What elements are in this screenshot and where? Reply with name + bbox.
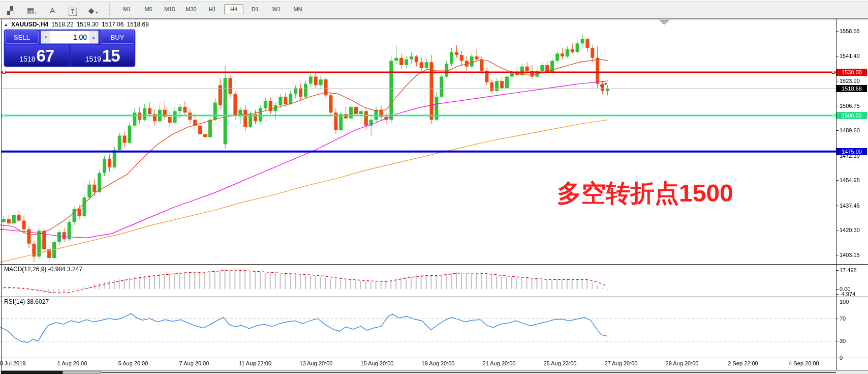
axis-tick-label: 100 <box>840 299 849 305</box>
pivot-line-badge: 1500.00 <box>836 112 867 119</box>
time-tick-label: 5 Aug 20:00 <box>118 360 148 366</box>
one-click-expand-icon[interactable]: ▲ <box>4 22 8 27</box>
axis-tick-mark <box>836 302 839 302</box>
axis-tick-label: 1506.75 <box>840 103 860 109</box>
axis-tick-mark <box>836 156 839 156</box>
axis-tick-mark <box>836 230 839 231</box>
time-tick-label: 15 Aug 20:00 <box>361 360 394 366</box>
ohlc-high: 1519.30 <box>77 21 99 28</box>
chart-text-annotation[interactable]: 多空转折点1500 <box>557 177 733 210</box>
sell-button[interactable]: SELL <box>5 31 39 44</box>
rsi-pane-separator[interactable] <box>0 297 868 297</box>
time-tick-label: 7 Aug 20:00 <box>179 360 209 366</box>
time-tick-label: 4 Sep 20:00 <box>789 360 819 366</box>
volume-decrease-button[interactable]: ▼ <box>41 31 50 43</box>
time-tick-label: 2 Sep 22:00 <box>728 360 758 366</box>
sell-price-display[interactable]: 1518 67 <box>5 45 69 66</box>
bid-price-badge: 1518.68 <box>836 85 867 92</box>
axis-tick-label: 1558.55 <box>840 28 860 34</box>
axis-tick-label: 17.498 <box>840 267 857 273</box>
axis-tick-mark <box>836 270 839 271</box>
volume-increase-button[interactable]: ▲ <box>89 31 98 43</box>
axis-tick-mark <box>836 106 839 106</box>
buy-price-display[interactable]: 1519 15 <box>71 45 135 66</box>
axis-tick-label: 70 <box>840 315 846 322</box>
axis-tick-label: 1454.95 <box>840 177 860 183</box>
axis-tick-mark <box>836 358 839 358</box>
time-tick-label: 19 Aug 20:00 <box>422 360 455 366</box>
resistance-line-badge: 1530.00 <box>836 69 867 76</box>
scrollbar-thumb[interactable] <box>63 371 101 374</box>
time-axis-separator <box>0 358 868 358</box>
mt4-window: ▞E▦FAT◆▾ M1M5M15M30H1H4D1W1MN ▲ XAUUSD-,… <box>0 0 868 374</box>
axis-tick-mark <box>836 319 839 319</box>
axis-tick-mark <box>836 31 839 32</box>
macd-pane-separator[interactable] <box>0 264 868 265</box>
axis-tick-label: 1403.15 <box>840 252 860 258</box>
time-tick-label: 11 Aug 23:00 <box>239 360 271 366</box>
axis-tick-label: 1420.30 <box>840 227 860 233</box>
chart-title: ▲ XAUUSD-,H4 1518.22 1519.30 1517.06 151… <box>4 21 149 28</box>
horizontal-scrollbar[interactable] <box>0 370 868 374</box>
time-tick-label: 1 Aug 20:00 <box>57 360 87 366</box>
one-click-trading-panel: SELL ▼ ▲ BUY 1518 67 1519 15 <box>4 30 135 67</box>
support-line-badge: 1475.00 <box>836 148 867 155</box>
axis-tick-label: -4.974 <box>840 291 855 297</box>
time-tick-label: 27 Aug 20:00 <box>605 360 638 366</box>
axis-tick-label: 0 <box>840 355 843 361</box>
axis-tick-label: 1437.45 <box>840 203 860 209</box>
time-tick-label: 30 Jul 2019 <box>0 360 25 366</box>
sell-price-major: 1518 <box>19 54 35 64</box>
axis-tick-mark <box>836 56 839 56</box>
axis-tick-label: 1541.40 <box>840 53 860 59</box>
buy-button[interactable]: BUY <box>101 31 134 44</box>
axis-tick-mark <box>836 289 839 290</box>
time-tick-label: 29 Aug 20:00 <box>666 360 699 366</box>
buy-price-pips: 15 <box>102 47 120 64</box>
time-tick-label: 13 Aug 20:00 <box>300 360 333 366</box>
rsi-label: RSI(14) 38.6027 <box>4 298 49 305</box>
axis-tick-mark <box>836 81 839 81</box>
axis-tick-label: 1523.90 <box>840 78 860 84</box>
ohlc-close: 1518.68 <box>127 21 148 28</box>
axis-tick-mark <box>836 130 839 131</box>
buy-price-major: 1519 <box>85 54 101 64</box>
time-tick-label: 25 Aug 23:00 <box>544 360 577 366</box>
axis-tick-label: 1489.60 <box>840 127 860 133</box>
axis-tick-mark <box>836 294 839 295</box>
window-left-border <box>1 19 2 370</box>
time-tick-label: 21 Aug 20:00 <box>483 360 516 366</box>
axis-tick-mark <box>836 206 839 206</box>
symbol-label: XAUUSD-,H4 <box>11 21 48 28</box>
scrollbar-track-right <box>101 372 836 373</box>
axis-tick-mark <box>836 341 839 341</box>
ohlc-low: 1517.06 <box>102 21 123 28</box>
volume-input[interactable] <box>50 31 89 43</box>
axis-tick-mark <box>836 255 839 255</box>
ohlc-open: 1518.22 <box>51 21 73 28</box>
toolbar-separator-line <box>0 19 868 19</box>
sell-price-pips: 67 <box>36 47 54 64</box>
scrollbar-track-left <box>1 371 63 374</box>
axis-tick-mark <box>836 180 839 181</box>
axis-tick-label: 30 <box>840 338 846 344</box>
macd-label: MACD(12,26,9) -0.984 3.247 <box>4 266 82 273</box>
